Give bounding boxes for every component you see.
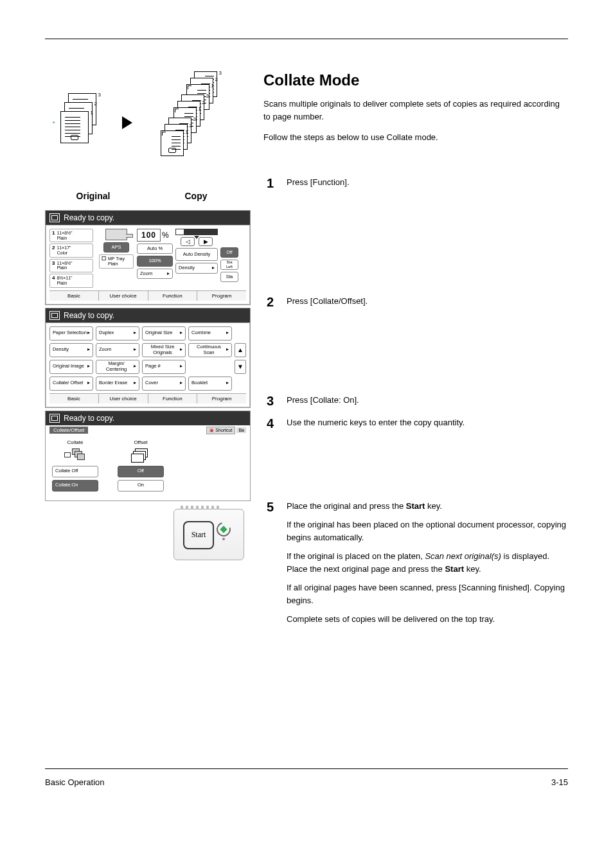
section-title: Collate Mode: [263, 71, 568, 89]
col-offset-header: Offset: [118, 439, 164, 445]
scroll-up[interactable]: ▲: [235, 343, 246, 357]
col-collate-header: Collate: [52, 439, 98, 445]
collate-diagram: 3 2 1 3 2 1 3 2 1: [45, 71, 251, 187]
intro-p1: Scans multiple originals to deliver comp…: [263, 98, 568, 123]
footer-left: Basic Operation: [45, 777, 105, 787]
fn-booklet[interactable]: Booklet▸: [188, 376, 232, 391]
screen-title: Ready to copy.: [64, 414, 114, 423]
doc-icon: [49, 213, 60, 222]
offset-icon: [118, 448, 164, 463]
fn-combine[interactable]: Combine▸: [188, 326, 232, 341]
intro-p2: Follow the steps as below to use Collate…: [263, 131, 568, 144]
step-2-text: Press [Collate/Offset].: [287, 295, 568, 308]
staple-left[interactable]: Sta Left: [220, 260, 238, 270]
fn-zoom[interactable]: Zoom▸: [96, 343, 139, 357]
offset-on-button[interactable]: On: [118, 480, 164, 492]
collate-offset-title: Collate/Offset: [49, 427, 88, 434]
step-2-num: 2: [263, 295, 274, 314]
doc-icon: [49, 414, 60, 423]
fn-collate-offset[interactable]: Collate/ Offset▸: [49, 376, 93, 391]
adf-icon: [105, 229, 127, 240]
step-3-num: 3: [263, 394, 274, 413]
zoom-button[interactable]: Zoom▸: [137, 269, 173, 279]
tab-program[interactable]: Program: [197, 290, 246, 301]
aps-button[interactable]: APS: [103, 242, 129, 252]
collate-off-button[interactable]: Collate Off: [52, 466, 98, 477]
density-left[interactable]: ◁: [181, 237, 195, 246]
mp-tray[interactable]: ☐MP TrayPlain: [99, 254, 134, 268]
step-4-text: Use the numeric keys to enter the copy q…: [287, 416, 568, 429]
auto-pct-button[interactable]: Auto %: [137, 244, 173, 254]
tray-3[interactable]: 311×8½"Plain: [49, 259, 93, 272]
fn-border-erase[interactable]: Border Erase▸: [96, 376, 139, 391]
collate-icon: [52, 448, 98, 463]
fn-paper-selection[interactable]: Paper Selection▸: [49, 326, 93, 341]
zoom-readout: 100: [137, 229, 161, 242]
back-button[interactable]: Ba: [236, 427, 246, 433]
tray-1[interactable]: 111×8½"Plain: [49, 229, 93, 242]
collate-on-button[interactable]: Collate:On: [52, 480, 98, 492]
tab-program[interactable]: Program: [197, 393, 246, 403]
screen-collate-offset: Ready to copy. Collate/Offset ▣Shortcut …: [45, 411, 251, 501]
tab-function[interactable]: Function: [148, 290, 197, 301]
auto-density-button[interactable]: Auto Density: [175, 248, 218, 261]
tab-userchoice[interactable]: User choice: [98, 290, 148, 301]
label-copy: Copy: [141, 191, 251, 201]
label-original: Original: [45, 191, 141, 201]
offset-off-button[interactable]: Off: [118, 466, 164, 477]
staple[interactable]: Sta: [220, 272, 238, 282]
density-right[interactable]: ▶: [199, 237, 213, 246]
step-5-text: Place the original and press the Start k…: [287, 500, 568, 632]
fn-original-image[interactable]: Original Image▸: [49, 360, 93, 374]
step-1-text: Press [Function].: [287, 176, 568, 189]
screen-basic: Ready to copy. 111×8½"Plain 211×17"Color…: [45, 210, 251, 305]
fn-page-num[interactable]: Page #▸: [142, 360, 186, 374]
doc-icon: [49, 311, 60, 320]
tab-basic[interactable]: Basic: [49, 290, 98, 301]
fn-density[interactable]: Density▸: [49, 343, 93, 357]
fn-duplex[interactable]: Duplex▸: [96, 326, 139, 341]
scroll-down[interactable]: ▼: [235, 360, 246, 374]
start-led-icon: [217, 522, 231, 536]
density-meter: [175, 229, 218, 235]
fn-mixed-size[interactable]: Mixed Size Originals▸: [142, 343, 186, 357]
step-3-text: Press [Collate: On].: [287, 394, 568, 407]
staple-off[interactable]: Off: [220, 247, 238, 258]
fn-continuous-scan[interactable]: Continuous Scan▸: [188, 343, 232, 357]
step-4-num: 4: [263, 416, 274, 436]
fn-cover[interactable]: Cover▸: [142, 376, 186, 391]
tray-4[interactable]: 48½×11"Plain: [49, 274, 93, 287]
start-key[interactable]: Start: [183, 521, 214, 549]
screen-title: Ready to copy.: [64, 311, 114, 320]
shortcut-button[interactable]: ▣Shortcut: [206, 427, 235, 434]
tray-2[interactable]: 211×17"Color: [49, 244, 93, 257]
tab-basic[interactable]: Basic: [49, 393, 98, 403]
screen-title: Ready to copy.: [64, 213, 114, 222]
step-1-num: 1: [263, 176, 274, 195]
hundred-button[interactable]: 100%: [137, 256, 173, 266]
step-5-num: 5: [263, 500, 274, 632]
tab-function[interactable]: Function: [148, 393, 197, 403]
screen-function: Ready to copy. Paper Selection▸ Duplex▸ …: [45, 308, 251, 408]
density-button[interactable]: Density▸: [175, 263, 218, 274]
start-key-area: Start: [45, 509, 251, 560]
footer-right: 3-15: [551, 777, 568, 787]
fn-margin-centering[interactable]: Margin/ Centering▸: [96, 360, 139, 374]
tab-userchoice[interactable]: User choice: [98, 393, 148, 403]
fn-original-size[interactable]: Original Size▸: [142, 326, 186, 341]
